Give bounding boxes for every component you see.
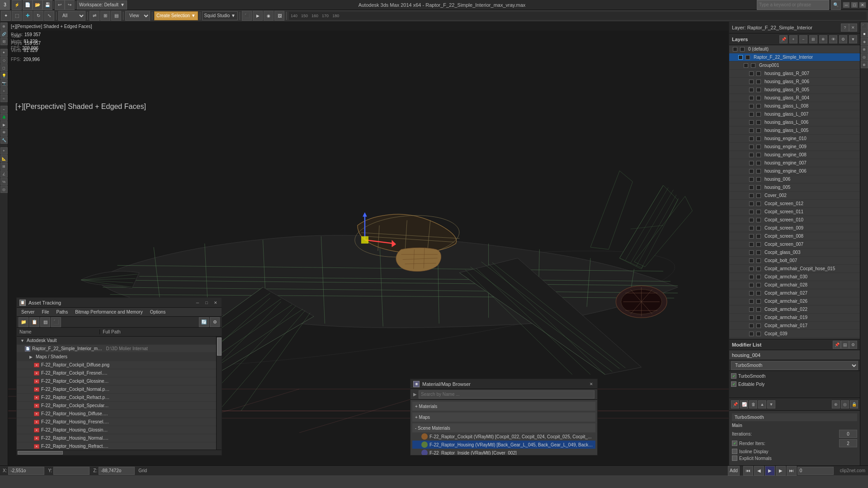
new-btn[interactable]: 📄 bbox=[23, 0, 33, 10]
at-maximize-btn[interactable]: □ bbox=[203, 300, 210, 306]
mod-down-btn[interactable]: ▼ bbox=[767, 400, 775, 408]
layer-item[interactable]: Cocpit_armchair_022 bbox=[729, 305, 860, 314]
layer-item[interactable]: housing_engine_009 bbox=[729, 143, 860, 151]
lt-motion[interactable]: ▶ bbox=[0, 121, 8, 128]
minimize-btn[interactable]: ─ bbox=[843, 2, 850, 8]
layer-item[interactable]: Cocpit_armchair_Cocpit_hose_015 bbox=[729, 265, 860, 273]
fr-btn2[interactable]: ◽ bbox=[861, 30, 868, 38]
layer-item[interactable]: Cover_002 bbox=[729, 192, 860, 200]
layer-manager-btn[interactable]: ▤ bbox=[111, 11, 121, 21]
lt-angle[interactable]: ∠ bbox=[0, 170, 8, 178]
mb-item-housing[interactable]: F-22_Raptor_Housing (VRayMtl) [Back_Gear… bbox=[412, 441, 595, 449]
quick-access[interactable]: ⚡ bbox=[12, 0, 22, 10]
mod-item-editable-poly[interactable]: ✓ Editable Poly bbox=[730, 380, 859, 388]
select-object-btn[interactable]: ✦ bbox=[1, 11, 11, 21]
at-list-item[interactable]: ▪ F-22_Raptor_Cockpit_Normal.png bbox=[17, 385, 216, 394]
lt-spinner[interactable]: ◎ bbox=[0, 186, 8, 193]
layer-item[interactable]: Group001 bbox=[729, 61, 860, 70]
layers-add-btn[interactable]: + bbox=[789, 35, 797, 43]
workspace-dropdown[interactable]: Workspace: Default ▼ bbox=[77, 0, 127, 9]
layer-item[interactable]: Cocpit_armchair_030 bbox=[729, 273, 860, 281]
keyword-search[interactable] bbox=[757, 0, 829, 10]
mb-close-btn[interactable]: ✕ bbox=[588, 381, 594, 387]
explicit-normals-checkbox[interactable] bbox=[732, 455, 737, 461]
z-coord-input[interactable] bbox=[99, 467, 135, 475]
at-settings-btn[interactable]: ⚙ bbox=[210, 317, 220, 327]
at-menu-server[interactable]: Server bbox=[19, 310, 37, 314]
at-list-item[interactable]: ▪ F-22_Raptor_Cockpit_Refract.png bbox=[17, 394, 216, 402]
lt-link[interactable]: 🔗 bbox=[0, 30, 8, 38]
reference-coord-dropdown[interactable]: All Local bbox=[58, 11, 85, 21]
mod-show-end-btn[interactable]: ⊕ bbox=[832, 400, 840, 408]
at-close-btn[interactable]: ✕ bbox=[212, 300, 219, 306]
fr-btn4[interactable]: ⊕ bbox=[861, 46, 868, 53]
lt-display[interactable]: 👁 bbox=[0, 129, 8, 136]
layer-item[interactable]: Cocpit_glass_003 bbox=[729, 249, 860, 257]
layer-close-btn[interactable]: ✕ bbox=[849, 23, 857, 32]
anim-next[interactable]: ▶ bbox=[776, 466, 786, 476]
layer-item[interactable]: Cocpit_screen_008 bbox=[729, 232, 860, 240]
at-minimize-btn[interactable]: ─ bbox=[194, 300, 201, 306]
at-refresh-btn[interactable]: 🔄 bbox=[199, 317, 209, 327]
fr-btn1[interactable]: ⬛ bbox=[861, 23, 868, 30]
modifier-dropdown[interactable]: TurboSmooth Editable Poly Bend Shell bbox=[731, 361, 858, 370]
select-region-btn[interactable]: ⬚ bbox=[12, 11, 22, 21]
layer-item[interactable]: housing_glass_R_007 bbox=[729, 70, 860, 78]
layer-item[interactable]: Cocpit_039 bbox=[729, 330, 860, 338]
at-tb-btn2[interactable]: 📋 bbox=[29, 317, 39, 327]
mirror-btn[interactable]: ⇌ bbox=[90, 11, 99, 21]
layers-pin-btn[interactable]: 📌 bbox=[779, 35, 788, 43]
layers-all-btn[interactable]: ⊞ bbox=[809, 35, 817, 43]
layer-item[interactable]: Cocpit_armchair_019 bbox=[729, 314, 860, 322]
render-setup-btn[interactable]: ⬛ bbox=[242, 11, 252, 21]
rotate-btn[interactable]: ↻ bbox=[33, 11, 43, 21]
lt-modify[interactable]: ⌁ bbox=[0, 106, 8, 113]
mod-pin-btn[interactable]: 📌 bbox=[833, 341, 841, 349]
layers-hide-btn[interactable]: 👁 bbox=[829, 35, 837, 43]
fr-btn6[interactable]: ⊗ bbox=[861, 61, 868, 68]
at-list-item[interactable]: ▪ F-22_Raptor_Cockpit_Glossiness.png bbox=[17, 377, 216, 385]
at-menu-options[interactable]: Options bbox=[147, 310, 168, 314]
material-editor-btn[interactable]: ◉ bbox=[264, 11, 274, 21]
isoline-checkbox[interactable] bbox=[732, 449, 737, 454]
lt-select[interactable]: ⊕ bbox=[0, 23, 8, 30]
turbosmooth-section-header[interactable]: TurboSmooth bbox=[732, 413, 857, 421]
mod-up-btn[interactable]: ▲ bbox=[758, 400, 766, 408]
maximize-btn[interactable]: □ bbox=[851, 2, 858, 8]
lt-utilities[interactable]: 🔧 bbox=[0, 136, 8, 144]
layers-freeze-btn[interactable]: ❄ bbox=[819, 35, 827, 43]
lt-lights[interactable]: 💡 bbox=[0, 72, 8, 79]
layer-item[interactable]: Cocpit_armchair_027 bbox=[729, 289, 860, 297]
x-coord-input[interactable] bbox=[8, 467, 44, 475]
layers-del-btn[interactable]: − bbox=[799, 35, 807, 43]
mod-show-mid-btn[interactable]: ◎ bbox=[841, 400, 849, 408]
mb-item-inside[interactable]: F-22_Raptor_Inside (VRayMtl) [Cover_002] bbox=[412, 449, 595, 455]
at-menu-file[interactable]: File bbox=[39, 310, 52, 314]
at-list-item[interactable]: ▼ Autodesk Vault bbox=[17, 337, 216, 345]
layer-item[interactable]: Cocpit_screen_010 bbox=[729, 216, 860, 224]
render-iters-value[interactable]: 2 bbox=[839, 439, 857, 447]
at-list-item[interactable]: ▶ Maps / Shaders bbox=[17, 353, 216, 361]
lt-coord[interactable]: 📐 bbox=[0, 155, 8, 162]
at-list-item[interactable]: ▪ F-22_Raptor_Housing_Fresnel.png bbox=[17, 418, 216, 426]
render-btn[interactable]: ▶ bbox=[253, 11, 263, 21]
anim-prev[interactable]: ◀ bbox=[754, 466, 764, 476]
lt-geom[interactable]: ◇ bbox=[0, 56, 8, 64]
mb-search-input[interactable] bbox=[419, 390, 594, 399]
scale-btn[interactable]: ⤡ bbox=[44, 11, 54, 21]
anim-next-key[interactable]: ⏭ bbox=[787, 466, 797, 476]
at-list-item[interactable]: ▪ F-22_Raptor_Cockpit_Fresnel.png bbox=[17, 369, 216, 377]
mb-maps-header[interactable]: + Maps bbox=[412, 413, 595, 422]
lt-shapes[interactable]: ◻ bbox=[0, 64, 8, 71]
viewport-shading-dropdown[interactable]: View bbox=[125, 11, 150, 21]
save-btn[interactable]: 💾 bbox=[42, 0, 52, 10]
redo-btn[interactable]: ↪ bbox=[65, 0, 75, 10]
layer-item[interactable]: Cocpit_armchair_026 bbox=[729, 297, 860, 305]
at-scrollbar[interactable] bbox=[216, 337, 222, 450]
at-tb-btn1[interactable]: 📁 bbox=[19, 317, 28, 327]
lt-hierarchy[interactable]: 🌲 bbox=[0, 113, 8, 121]
layer-item[interactable]: housing_engine_010 bbox=[729, 135, 860, 143]
at-list-item[interactable]: ▪ F-22_Raptor_Housing_Normal.png bbox=[17, 434, 216, 442]
squid-dropdown[interactable]: Squid Studio ▼ bbox=[202, 11, 238, 20]
close-btn[interactable]: ✕ bbox=[859, 2, 866, 8]
